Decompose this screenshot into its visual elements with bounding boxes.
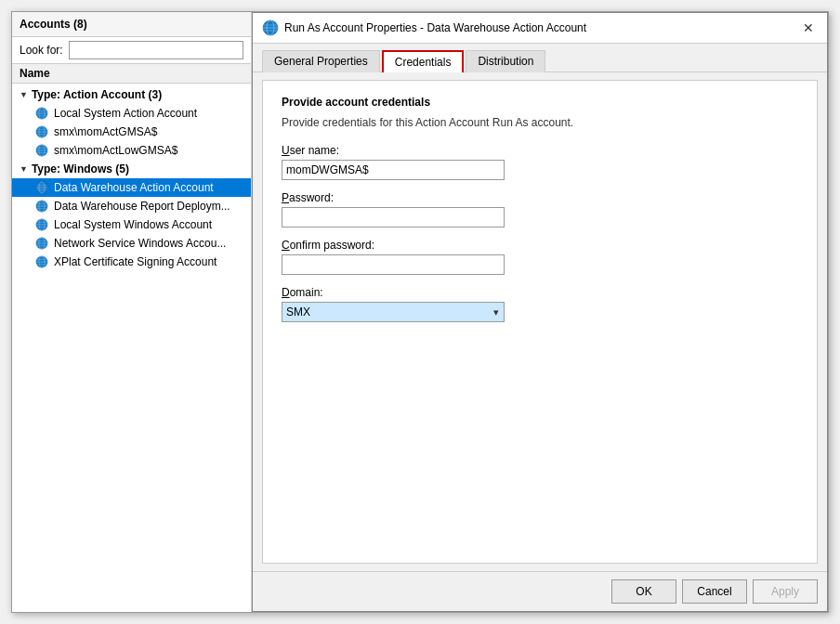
- item-label: Data Warehouse Report Deploym...: [54, 200, 230, 213]
- group-label: Type: Action Account (3): [32, 88, 162, 101]
- close-button[interactable]: ✕: [799, 19, 818, 37]
- group-label: Type: Windows (5): [32, 162, 129, 176]
- password-input[interactable]: [282, 207, 505, 228]
- globe-icon: [34, 124, 49, 139]
- expand-icon: ▼: [20, 164, 28, 174]
- list-item[interactable]: smx\momActLowGMSA$: [12, 141, 251, 160]
- name-column-header: Name: [12, 64, 251, 84]
- username-group: User name:: [282, 144, 798, 180]
- section-title: Provide account credentials: [282, 96, 798, 109]
- item-label: XPlat Certificate Signing Account: [54, 255, 217, 268]
- tab-label: Distribution: [478, 55, 533, 68]
- group-windows: ▼ Type: Windows (5): [12, 160, 251, 178]
- globe-icon: [34, 199, 49, 214]
- domain-select[interactable]: SMX: [282, 302, 505, 322]
- item-label: Local System Action Account: [54, 107, 197, 120]
- accounts-tree: ▼ Type: Action Account (3) Local System …: [12, 84, 251, 612]
- tab-distribution[interactable]: Distribution: [466, 50, 545, 72]
- left-panel-header: Accounts (8): [12, 12, 251, 37]
- tab-label: Credentials: [395, 56, 452, 69]
- list-item[interactable]: smx\momActGMSA$: [12, 123, 251, 141]
- password-group: Password:: [282, 191, 798, 228]
- look-for-label: Look for:: [20, 44, 63, 57]
- tabs-row: General Properties Credentials Distribut…: [253, 44, 827, 72]
- tab-general-properties[interactable]: General Properties: [262, 50, 380, 72]
- globe-icon: [34, 236, 49, 251]
- list-item[interactable]: Data Warehouse Action Account: [12, 178, 251, 197]
- item-label: smx\momActLowGMSA$: [54, 144, 177, 157]
- properties-dialog: Run As Account Properties - Data Warehou…: [252, 12, 828, 612]
- left-panel: Accounts (8) Look for: Name ▼ Type: Acti…: [12, 12, 252, 612]
- dialog-titlebar: Run As Account Properties - Data Warehou…: [253, 13, 827, 44]
- domain-group: Domain: SMX: [282, 286, 798, 322]
- username-label: User name:: [282, 144, 798, 157]
- globe-icon: [34, 254, 49, 269]
- globe-icon: [34, 106, 49, 121]
- ok-button[interactable]: OK: [611, 579, 676, 604]
- tab-credentials[interactable]: Credentials: [382, 50, 465, 72]
- list-item[interactable]: XPlat Certificate Signing Account: [12, 253, 251, 271]
- section-desc: Provide credentials for this Action Acco…: [282, 116, 798, 129]
- confirm-password-label: Confirm password:: [282, 239, 798, 252]
- dialog-footer: OK Cancel Apply: [253, 571, 827, 611]
- list-item[interactable]: Local System Windows Account: [12, 215, 251, 234]
- item-label: Data Warehouse Action Account: [54, 181, 214, 194]
- item-label: Network Service Windows Accou...: [54, 237, 226, 250]
- look-for-row: Look for:: [12, 37, 251, 64]
- dialog-content-area: Provide account credentials Provide cred…: [262, 80, 818, 564]
- globe-icon: [34, 180, 49, 195]
- domain-wrapper: SMX: [282, 302, 505, 322]
- cancel-button[interactable]: Cancel: [682, 579, 747, 604]
- globe-icon: [34, 217, 49, 232]
- expand-icon: ▼: [20, 90, 28, 99]
- username-input[interactable]: [282, 160, 505, 180]
- password-label: Password:: [282, 191, 798, 204]
- tab-label: General Properties: [274, 55, 368, 68]
- apply-button[interactable]: Apply: [753, 579, 818, 604]
- group-action-account: ▼ Type: Action Account (3): [12, 85, 251, 104]
- dialog-title: Run As Account Properties - Data Warehou…: [284, 21, 586, 34]
- dialog-title-area: Run As Account Properties - Data Warehou…: [262, 20, 586, 36]
- list-item[interactable]: Data Warehouse Report Deploym...: [12, 197, 251, 215]
- look-for-input[interactable]: [69, 41, 243, 59]
- confirm-password-group: Confirm password:: [282, 239, 798, 275]
- item-label: Local System Windows Account: [54, 218, 212, 231]
- globe-icon: [34, 143, 49, 158]
- confirm-password-input[interactable]: [282, 254, 505, 275]
- list-item[interactable]: Local System Action Account: [12, 104, 251, 123]
- dialog-icon: [262, 20, 279, 36]
- item-label: smx\momActGMSA$: [54, 125, 157, 138]
- domain-label: Domain:: [282, 286, 798, 299]
- list-item[interactable]: Network Service Windows Accou...: [12, 234, 251, 253]
